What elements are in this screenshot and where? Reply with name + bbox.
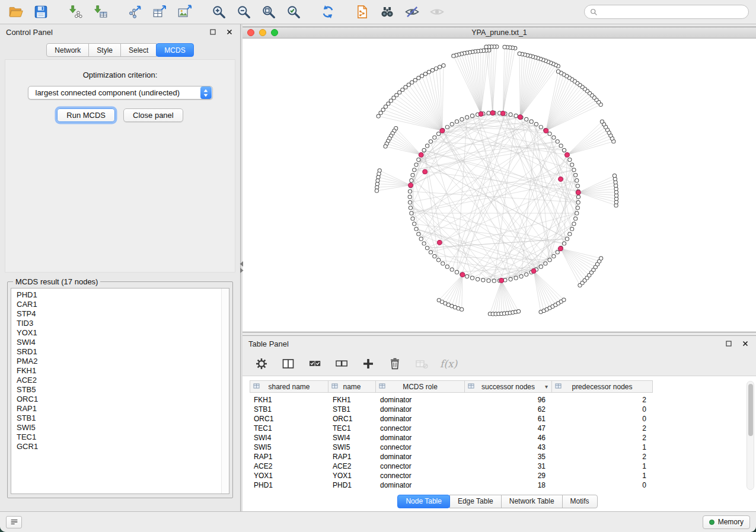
mcds-result-item[interactable]: RAP1 xyxy=(11,404,229,414)
deselect-all-icon xyxy=(334,357,349,371)
mcds-result-item[interactable]: FKH1 xyxy=(11,366,229,376)
import-network-button[interactable] xyxy=(66,3,84,21)
cell-name: PHD1 xyxy=(328,481,376,489)
zoom-selected-button[interactable] xyxy=(285,3,302,21)
cell-predecessor-nodes: 1 xyxy=(552,443,653,451)
mcds-result-item[interactable]: ACE2 xyxy=(11,376,229,385)
mcds-result-list[interactable]: PHD1CAR1STP4TID3YOX1SWI4SRD1PMA2FKH1ACE2… xyxy=(11,288,229,494)
table-tab-motifs[interactable]: Motifs xyxy=(562,495,598,508)
import-network-icon xyxy=(68,4,83,20)
control-panel-close-button[interactable] xyxy=(225,27,234,37)
add-column-button[interactable] xyxy=(360,355,377,372)
window-close-button[interactable] xyxy=(247,29,254,36)
delete-column-button[interactable] xyxy=(387,355,403,372)
mcds-result-item[interactable]: ORC1 xyxy=(11,395,229,404)
table-options-button[interactable] xyxy=(253,355,270,372)
table-row[interactable]: STB1STB1dominator620 xyxy=(250,405,745,414)
mcds-result-item[interactable]: PHD1 xyxy=(11,290,229,300)
table-panel-float-button[interactable] xyxy=(724,339,733,348)
memory-button[interactable]: Memory xyxy=(703,515,750,529)
show-columns-button[interactable] xyxy=(280,355,296,372)
splitter-collapse-icon[interactable] xyxy=(239,260,244,274)
table-row[interactable]: YOX1YOX1connector291 xyxy=(250,471,745,480)
column-header-predecessor-nodes[interactable]: predecessor nodes xyxy=(552,380,653,393)
table-row[interactable]: ACE2ACE2connector311 xyxy=(250,462,745,471)
table-tab-edge-table[interactable]: Edge Table xyxy=(449,495,502,508)
table-row[interactable]: SWI4SWI4dominator462 xyxy=(250,433,745,443)
table-scrollbar[interactable] xyxy=(747,381,754,490)
mcds-result-item[interactable]: GCR1 xyxy=(11,442,229,451)
share-document-button[interactable] xyxy=(353,3,371,21)
main-toolbar xyxy=(0,0,756,24)
control-panel-float-button[interactable] xyxy=(208,27,218,37)
criterion-dropdown[interactable]: largest connected component (undirected) xyxy=(28,86,213,100)
column-header-successor-nodes[interactable]: successor nodes▾ xyxy=(465,380,552,393)
network-canvas[interactable] xyxy=(243,39,756,332)
tab-network[interactable]: Network xyxy=(46,43,89,57)
apply-layout-button[interactable] xyxy=(319,3,337,21)
console-button[interactable] xyxy=(6,516,22,528)
delete-table-button[interactable] xyxy=(413,355,430,372)
cell-predecessor-nodes: 0 xyxy=(552,415,653,423)
zoom-out-button[interactable] xyxy=(235,3,253,21)
table-row[interactable]: SWI5SWI5connector431 xyxy=(250,443,745,452)
export-network-button[interactable] xyxy=(126,3,143,21)
table-row[interactable]: FKH1FKH1dominator962 xyxy=(250,395,745,405)
network-window-titlebar[interactable]: YPA_prune.txt_1 xyxy=(243,27,756,39)
mcds-result-item[interactable]: STB5 xyxy=(11,385,229,395)
search-icon xyxy=(589,8,598,17)
column-header-shared-name[interactable]: shared name xyxy=(250,380,328,393)
window-zoom-button[interactable] xyxy=(271,29,278,36)
criterion-selected-value: largest connected component (undirected) xyxy=(28,88,200,97)
zoom-fit-button[interactable] xyxy=(260,3,277,21)
table-scrollbar-thumb[interactable] xyxy=(748,384,753,436)
table-tab-network-table[interactable]: Network Table xyxy=(501,495,563,508)
window-minimize-button[interactable] xyxy=(259,29,266,36)
search-input[interactable] xyxy=(601,8,744,16)
main-area: Control Panel NetworkStyleSelectMCDS Opt… xyxy=(0,24,756,511)
open-file-button[interactable] xyxy=(7,3,25,21)
mcds-result-item[interactable]: TID3 xyxy=(11,319,229,328)
zoom-in-button[interactable] xyxy=(210,3,228,21)
search-box[interactable] xyxy=(584,5,749,19)
column-header-name[interactable]: name xyxy=(328,380,376,393)
table-row[interactable]: RAP1RAP1dominator352 xyxy=(250,452,745,462)
close-panel-button[interactable]: Close panel xyxy=(123,108,183,122)
table-toolbar-buttons xyxy=(253,355,430,372)
export-table-button[interactable] xyxy=(151,3,168,21)
mcds-result-item[interactable]: YOX1 xyxy=(11,328,229,338)
close-icon xyxy=(226,28,233,36)
import-table-button[interactable] xyxy=(91,3,109,21)
mcds-result-item[interactable]: SWI5 xyxy=(11,423,229,432)
run-mcds-button[interactable]: Run MCDS xyxy=(57,108,115,122)
result-list-scrollbar[interactable] xyxy=(221,289,229,493)
hide-details-button[interactable] xyxy=(403,3,421,21)
function-builder-button[interactable]: f(x) xyxy=(440,358,457,370)
mcds-result-item[interactable]: TEC1 xyxy=(11,432,229,442)
mcds-result-item[interactable]: STB1 xyxy=(11,414,229,423)
mcds-result-item[interactable]: CAR1 xyxy=(11,300,229,309)
mcds-result-item[interactable]: SWI4 xyxy=(11,338,229,347)
mcds-result-item[interactable]: PMA2 xyxy=(11,357,229,366)
export-image-button[interactable] xyxy=(176,3,193,21)
column-header-mcds-role[interactable]: MCDS role xyxy=(376,380,465,393)
table-row[interactable]: ORC1ORC1dominator610 xyxy=(250,414,745,424)
tab-mcds[interactable]: MCDS xyxy=(156,43,193,57)
deselect-all-button[interactable] xyxy=(333,355,350,372)
mcds-result-item[interactable]: STP4 xyxy=(11,309,229,319)
show-details-button[interactable] xyxy=(428,3,446,21)
tab-select[interactable]: Select xyxy=(120,43,157,57)
memory-label: Memory xyxy=(718,518,744,526)
save-session-button[interactable] xyxy=(32,3,50,21)
table-row[interactable]: PHD1PHD1dominator180 xyxy=(250,480,745,490)
table-row[interactable]: TEC1TEC1connector472 xyxy=(250,424,745,433)
tab-style[interactable]: Style xyxy=(88,43,121,57)
cell-predecessor-nodes: 2 xyxy=(552,434,653,442)
first-neighbors-button[interactable] xyxy=(378,3,396,21)
select-all-button[interactable] xyxy=(307,355,323,372)
mcds-result-item[interactable]: SRD1 xyxy=(11,347,229,357)
table-panel-close-button[interactable] xyxy=(741,339,750,348)
table-tab-node-table[interactable]: Node Table xyxy=(397,495,450,508)
network-window-title: YPA_prune.txt_1 xyxy=(243,28,756,37)
cell-mcds-role: dominator xyxy=(376,405,465,414)
